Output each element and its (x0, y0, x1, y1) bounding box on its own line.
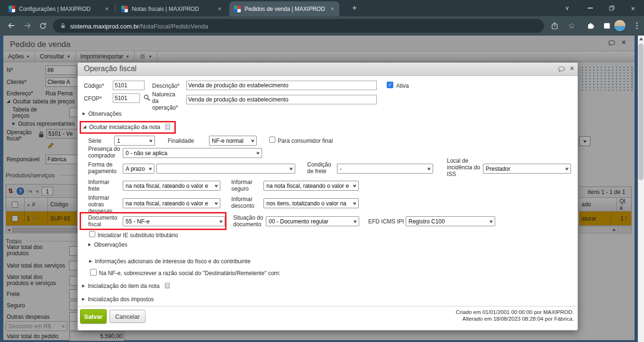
collapsed-triangle-icon: ▶ (82, 111, 85, 117)
descricao-input[interactable]: Venda de produção do estabelecimento (186, 81, 377, 90)
window-minimize-icon[interactable] (579, 0, 601, 16)
informar-seguro-label: Informar seguro (231, 179, 260, 192)
url-text: sistema.maxiprod.com.br/NotaFiscal/Pedid… (70, 22, 208, 30)
search-icon[interactable] (143, 94, 151, 102)
init-impostos-expander[interactable]: ▶ Inicialização dos impostos (82, 296, 154, 303)
forma-pagamento-detail-select[interactable]: ∨ (156, 164, 295, 174)
informar-frete-select[interactable]: na nota fiscal, rateando o valor e∨ (123, 181, 220, 191)
window-restore-icon[interactable] (601, 0, 623, 16)
chevron-down-icon: ∨ (289, 166, 293, 171)
cfop-label: CFOP* (84, 95, 102, 102)
codigo-label: Código* (84, 83, 104, 89)
chevron-down-icon: ∨ (214, 184, 218, 188)
observacoes2-expander[interactable]: ▶ Observações (88, 241, 127, 248)
informar-desconto-select[interactable]: nos itens, totalizando o valor na∨ (263, 198, 359, 208)
presenca-label: Presença do comprador (88, 146, 122, 159)
chevron-down-icon: ∨ (565, 166, 569, 171)
informar-frete-label: Informar frete (88, 179, 114, 192)
tab-pedidos-de-venda[interactable]: Pedidos de venda | MAXIPROD × (229, 1, 339, 16)
altered-info: Alterado em 18/08/2023 08:28:04 por Fábr… (375, 315, 574, 322)
url-bar[interactable]: sistema.maxiprod.com.br/NotaFiscal/Pedid… (53, 19, 544, 33)
tab-close-icon[interactable]: × (103, 5, 110, 12)
profile-avatar[interactable] (614, 19, 626, 32)
ocultar-inicializacao-expander[interactable]: ◢ Ocultar inicialização da nota (83, 124, 170, 130)
window-menu-chevron-icon[interactable]: ∨ (556, 0, 578, 16)
browser-scrollbar[interactable] (638, 36, 644, 342)
situacao-select[interactable]: 00 - Documento regular∨ (266, 216, 359, 226)
back-icon[interactable] (7, 21, 16, 30)
scroll-up-icon[interactable] (639, 37, 643, 40)
url-host: sistema.maxiprod.com.br (70, 23, 139, 30)
chevron-down-icon: ∨ (489, 219, 493, 223)
codigo-input[interactable]: 5101 (113, 81, 145, 90)
notes-icon[interactable] (165, 124, 170, 129)
serie-select[interactable]: 1∨ (114, 136, 155, 146)
collapsed-triangle-icon: ▶ (89, 259, 92, 264)
new-tab-button[interactable]: + (349, 3, 360, 13)
tab-close-icon[interactable]: × (329, 5, 336, 12)
condicao-frete-label: Condição de frete (307, 161, 336, 175)
condicao-frete-select[interactable]: -∨ (337, 164, 433, 174)
dialog-header: Operação fiscal × (78, 63, 578, 76)
ativa-label: Ativa (396, 83, 409, 89)
maxiprod-favicon (9, 6, 15, 12)
observacoes-expander[interactable]: ▶ Observações (82, 111, 122, 117)
collapsed-triangle-icon: ▶ (88, 242, 91, 248)
chevron-down-icon: ∨ (353, 184, 357, 188)
maxiprod-favicon (121, 6, 128, 12)
init-item-expander[interactable]: ▶ Inicialização do item da nota (82, 283, 170, 289)
chevron-down-icon: ∨ (353, 219, 357, 223)
browser-menu-dots-icon[interactable] (632, 21, 642, 30)
local-iss-select[interactable]: Prestador∨ (483, 164, 571, 174)
maxiprod-favicon (234, 6, 241, 12)
natureza-input[interactable]: Venda de produção do estabelecimento (186, 95, 377, 104)
tab-configuracoes[interactable]: Configurações | MAXIPROD × (4, 1, 114, 16)
collapsed-triangle-icon: ▶ (82, 296, 85, 302)
informar-seguro-select[interactable]: na nota fiscal, rateando o valor e∨ (263, 181, 359, 191)
forma-pagamento-select[interactable]: A prazo∨ (123, 164, 154, 174)
tab-close-icon[interactable]: × (216, 5, 223, 12)
tab-separator (115, 5, 116, 12)
scrollbar-thumb[interactable] (638, 44, 644, 180)
collapsed-triangle-icon: ▶ (82, 283, 85, 289)
dialog-chat-icon[interactable] (557, 65, 566, 73)
finalidade-select[interactable]: NF-e normal∨ (209, 136, 257, 146)
sobrescrever-label: Na NF-e, sobrescrever a razão social do … (99, 270, 281, 277)
save-button[interactable]: Salvar (80, 309, 107, 324)
reload-icon[interactable] (38, 21, 47, 30)
browser-toolbar: sistema.maxiprod.com.br/NotaFiscal/Pedid… (0, 16, 644, 36)
cfop-input[interactable]: 5101 (113, 93, 140, 103)
serie-label: Série (88, 138, 101, 144)
para-consumidor-final-label: Para consumidor final (278, 138, 333, 144)
local-iss-label: Local de incidência do ISS (447, 157, 484, 177)
documento-fiscal-select[interactable]: 55 - NF-e∨ (123, 216, 225, 226)
forward-icon[interactable] (23, 21, 32, 30)
notes-icon[interactable] (165, 283, 170, 288)
dialog-title: Operação fiscal (84, 65, 136, 73)
sobrescrever-checkbox[interactable] (90, 269, 97, 276)
footer-divider (78, 306, 578, 306)
presenca-select[interactable]: 0 - não se aplica∨ (123, 148, 262, 158)
chevron-down-icon: ∨ (148, 166, 153, 171)
informar-desconto-label: Informar desconto (231, 196, 261, 209)
documento-fiscal-label: Documento fiscal (88, 214, 118, 228)
dialog-close-icon[interactable]: × (570, 65, 574, 72)
extensions-puzzle-icon[interactable] (586, 21, 595, 30)
descricao-label: Descrição* (152, 83, 180, 89)
inicializar-ie-checkbox[interactable] (89, 231, 95, 237)
para-consumidor-final-checkbox[interactable] (269, 137, 275, 143)
lock-icon[interactable] (60, 22, 66, 29)
cancel-button[interactable]: Cancelar (109, 310, 145, 323)
ativa-checkbox[interactable]: ✓ (387, 82, 393, 88)
efd-select[interactable]: Registro C100∨ (406, 216, 495, 226)
side-panel-icon[interactable] (602, 21, 611, 30)
chevron-down-icon: ∨ (219, 219, 223, 223)
info-adicionais-expander[interactable]: ▶ Informações adicionais de interesse do… (89, 258, 250, 265)
bookmark-star-icon[interactable]: ☆ (567, 21, 576, 30)
informar-outras-select[interactable]: na nota fiscal, rateando o valor e∨ (123, 198, 220, 208)
window-close-icon[interactable]: × (622, 0, 644, 16)
chevron-down-icon: ∨ (427, 166, 431, 171)
informar-outras-label: Informar outras despesas (88, 194, 118, 214)
share-icon[interactable] (550, 21, 559, 30)
tab-notas-fiscais[interactable]: Notas fiscais | MAXIPROD × (117, 1, 227, 16)
